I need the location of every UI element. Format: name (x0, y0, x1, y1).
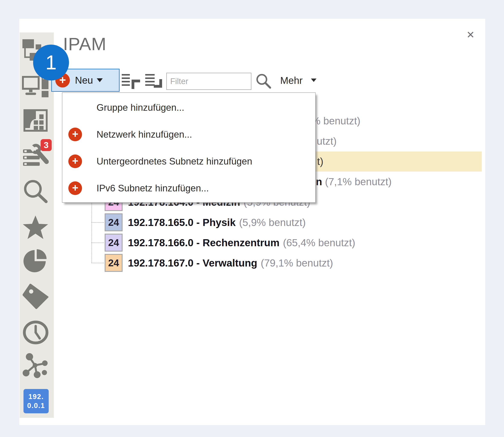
neu-dropdown-menu: Gruppe hinzufügen... Netzwerk hinzufügen… (62, 92, 316, 203)
subnet-usage: (5,9% benutzt) (239, 217, 306, 228)
tree-connector-line (92, 263, 104, 263)
favorites-star-icon[interactable] (22, 216, 49, 239)
step-annotation-badge: 1 (33, 45, 69, 80)
search-icon[interactable] (256, 73, 272, 90)
subnet-address: 192.178.167.0 - Verwaltung (128, 257, 257, 269)
menu-item-label: Untergeordnetes Subnetz hinzufügen (97, 156, 252, 167)
close-icon[interactable]: ✕ (466, 29, 475, 40)
reports-pie-icon[interactable] (23, 249, 49, 274)
notification-badge: 3 (41, 139, 52, 151)
subnet-prefix-badge: 24 (105, 234, 123, 252)
collapse-all-icon[interactable] (122, 74, 140, 91)
subnet-row-fragment[interactable]: % benutzt) (311, 115, 360, 127)
cluster-graph-icon[interactable] (23, 353, 49, 378)
subnet-row[interactable]: 24 192.178.166.0 - Rechenzentrum (65,4% … (105, 234, 355, 252)
subnet-row-fragment[interactable]: n (7,1% benutzt) (316, 176, 392, 188)
sidebar-item-ipam-active[interactable]: 192. 0.0.1 (23, 389, 49, 413)
page-title: IPAM (63, 34, 106, 54)
filter-input[interactable] (166, 73, 251, 90)
subnet-row-fragment[interactable]: utzt) (317, 135, 337, 147)
plus-icon (68, 155, 82, 168)
menu-item-label: Netzwerk hinzufügen... (97, 129, 192, 140)
ip-chip-line2: 0.0.1 (27, 401, 45, 410)
chevron-down-icon (97, 78, 103, 82)
history-clock-icon[interactable] (23, 320, 49, 345)
floorplan-icon[interactable] (23, 109, 48, 132)
tags-icon[interactable] (23, 284, 49, 309)
subnet-address: 192.178.166.0 - Rechenzentrum (128, 237, 279, 248)
menu-item-label: Gruppe hinzufügen... (97, 102, 184, 113)
plus-icon (68, 128, 82, 141)
ipam-screen: { "page": { "title": "IPAM", "close_icon… (0, 0, 504, 437)
plus-icon (68, 181, 82, 195)
tree-connector-line (92, 242, 104, 243)
expand-all-icon[interactable] (145, 74, 164, 91)
search-sidebar-icon[interactable] (23, 179, 48, 204)
menu-item-untergeordnetes-subnetz[interactable]: Untergeordnetes Subnetz hinzufügen (62, 148, 315, 175)
subnet-address: 192.178.165.0 - Physik (128, 217, 236, 228)
tree-connector-line (92, 222, 104, 223)
subnet-row-fragment[interactable]: t) (317, 156, 323, 168)
subnet-prefix-badge: 24 (105, 213, 123, 231)
subnet-row[interactable]: 24 192.178.165.0 - Physik (5,9% benutzt) (105, 213, 306, 231)
subnet-row[interactable]: 24 192.178.167.0 - Verwaltung (79,1% ben… (105, 254, 333, 272)
menu-item-gruppe-hinzufuegen[interactable]: Gruppe hinzufügen... (62, 94, 315, 121)
menu-item-netzwerk-hinzufuegen[interactable]: Netzwerk hinzufügen... (62, 121, 315, 148)
tree-connector-line (91, 202, 92, 263)
ip-chip-line1: 192. (28, 392, 44, 401)
neu-button-label: Neu (75, 74, 93, 86)
chevron-down-icon[interactable] (311, 79, 317, 82)
subnet-usage: (65,4% benutzt) (283, 237, 355, 248)
mehr-button[interactable]: Mehr (280, 75, 303, 86)
subnet-prefix-badge: 24 (105, 254, 123, 272)
menu-item-label: IPv6 Subnetz hinzufügen... (97, 183, 209, 194)
menu-item-ipv6-subnetz[interactable]: IPv6 Subnetz hinzufügen... (62, 175, 315, 202)
subnet-usage: (79,1% benutzt) (261, 257, 333, 269)
